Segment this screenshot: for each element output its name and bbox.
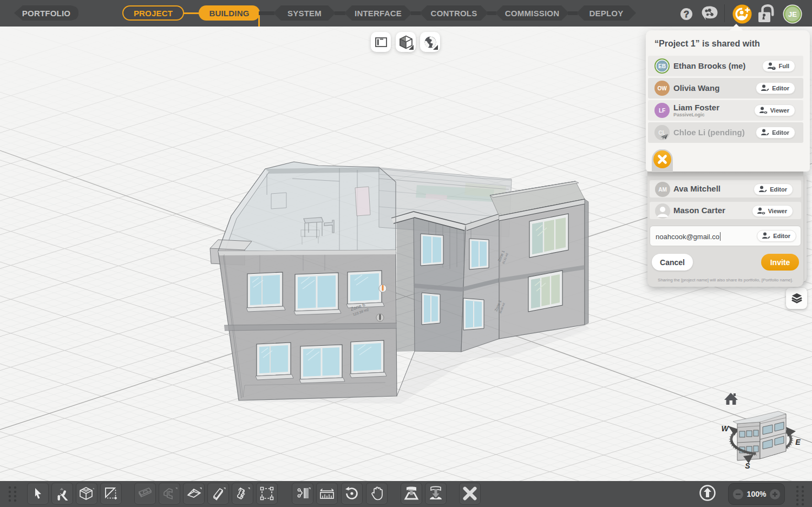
svg-text:JE: JE: [788, 10, 797, 18]
svg-text:?: ?: [684, 9, 689, 19]
svg-text:E: E: [795, 438, 801, 446]
svg-text:S: S: [745, 462, 750, 470]
svg-text:W: W: [721, 424, 729, 433]
